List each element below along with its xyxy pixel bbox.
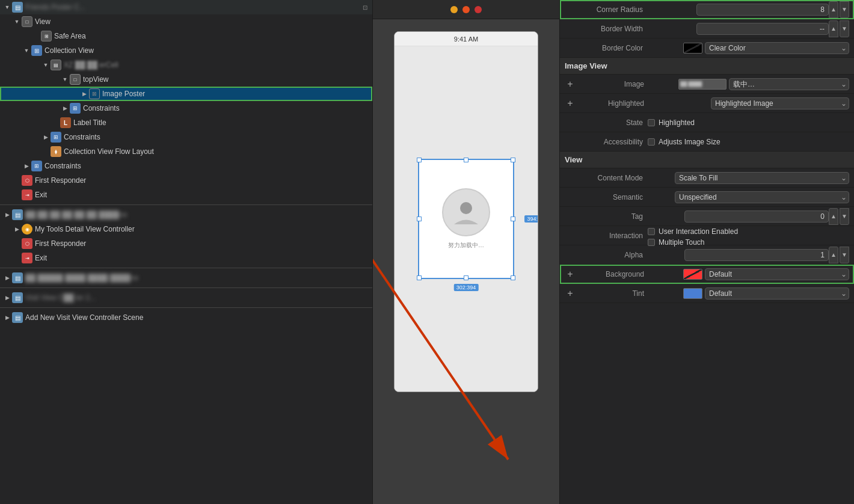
multiple-touch-checkbox[interactable]: Multiple Touch xyxy=(648,238,705,247)
poster-loading-text: 努力加载中… xyxy=(448,241,484,250)
alpha-input[interactable] xyxy=(684,249,829,261)
image-select-wrapper[interactable]: ██ ████ 载中… xyxy=(678,78,849,90)
collection-flow-item[interactable]: ⧫ Collection View Flow Layout xyxy=(0,144,372,159)
phone-frame: 9:41 AM xyxy=(394,31,538,392)
corner-radius-down[interactable]: ▼ xyxy=(840,1,849,18)
exit2-item[interactable]: ⇥ Exit xyxy=(0,251,372,265)
my-tools-arrow[interactable] xyxy=(12,224,22,234)
background-select[interactable]: Default xyxy=(705,268,849,280)
state-highlighted-checkbox[interactable]: Highlighted xyxy=(648,118,695,127)
exit1-icon: ⇥ xyxy=(22,189,32,200)
tag-up[interactable]: ▲ xyxy=(829,208,838,225)
border-width-up[interactable]: ▲ xyxy=(829,20,838,37)
scene4-root[interactable]: ▤ Visit View C██ ler 2... xyxy=(0,290,372,305)
highlighted-plus-btn[interactable]: + xyxy=(565,98,576,109)
scene3-icon: ▤ xyxy=(12,272,23,283)
border-color-select-wrapper[interactable]: Clear Color xyxy=(683,42,849,54)
constraints3-item[interactable]: ⊞ Constraints xyxy=(0,159,372,173)
constraints1-arrow[interactable] xyxy=(60,103,70,113)
border-color-select[interactable]: Clear Color xyxy=(705,42,849,54)
corner-radius-up[interactable]: ▲ xyxy=(829,1,838,18)
safe-area-item[interactable]: ⊞ Safe Area xyxy=(0,29,372,43)
collection-view-item[interactable]: ⊞ Collection View xyxy=(0,43,372,58)
label-title-item[interactable]: L Label Title xyxy=(0,115,372,130)
view-arrow[interactable] xyxy=(12,17,22,26)
topview-item[interactable]: □ topView xyxy=(0,72,372,87)
scene1-arrow[interactable] xyxy=(2,2,12,12)
semantic-select-wrapper[interactable]: Unspecified xyxy=(675,191,849,203)
alpha-stepper: ▲ ▼ xyxy=(829,247,849,263)
exit1-item[interactable]: ⇥ Exit xyxy=(0,188,372,202)
background-select-wrapper[interactable]: Default xyxy=(683,268,849,280)
my-tools-label: My Tools Detail View Controller xyxy=(35,225,135,233)
user-interaction-checkbox[interactable]: User Interaction Enabled xyxy=(648,227,738,236)
scene2-root[interactable]: ▤ ██ ██ ██ ██ ██ ██ ████ne xyxy=(0,207,372,222)
constraints2-item[interactable]: ⊞ Constraints xyxy=(0,130,372,144)
image-plus-btn[interactable]: + xyxy=(565,79,576,90)
content-mode-select-wrapper[interactable]: Scale To Fill xyxy=(675,172,849,184)
scene2-root-arrow[interactable] xyxy=(2,210,12,220)
first-responder2-arrow xyxy=(12,239,22,248)
content-mode-row: Content Mode Scale To Fill xyxy=(560,168,854,188)
border-width-input[interactable] xyxy=(696,23,829,35)
scene3-root[interactable]: ▤ ██ █████ ████ ████ ████ne xyxy=(0,271,372,285)
my-tools-item[interactable]: ◉ My Tools Detail View Controller xyxy=(0,222,372,236)
tint-select[interactable]: Default xyxy=(705,287,849,300)
alpha-up[interactable]: ▲ xyxy=(829,247,838,263)
image-poster-label: Image Poster xyxy=(102,90,145,98)
accessibility-checkbox-box xyxy=(648,138,655,146)
status-time: 9:41 AM xyxy=(454,35,478,43)
topview-arrow[interactable] xyxy=(60,75,70,84)
first-responder1-label: First Responder xyxy=(35,176,86,185)
background-plus-btn[interactable]: + xyxy=(565,269,576,280)
safe-area-label: Safe Area xyxy=(54,32,86,40)
corner-radius-input[interactable] xyxy=(696,4,829,16)
scene3-arrow[interactable] xyxy=(2,273,12,283)
border-width-down[interactable]: ▼ xyxy=(840,20,849,37)
scene1-root[interactable]: ▤ Friends Poster C... ⊡ xyxy=(0,0,372,14)
image-select[interactable]: 载中… xyxy=(729,78,849,90)
constraints1-item[interactable]: ⊞ Constraints xyxy=(0,101,372,115)
handle-ml xyxy=(417,217,422,221)
phone-content: 努力加载中… 394:302 302:394 xyxy=(395,46,538,392)
constraints3-arrow[interactable] xyxy=(22,161,31,171)
topview-icon: □ xyxy=(70,74,81,85)
tint-select-wrapper[interactable]: Default xyxy=(683,287,849,300)
traffic-light-red xyxy=(475,6,482,13)
alpha-down[interactable]: ▼ xyxy=(840,247,849,263)
label-title-arrow xyxy=(51,118,60,128)
content-mode-select[interactable]: Scale To Fill xyxy=(675,172,849,184)
tag-down[interactable]: ▼ xyxy=(840,208,849,225)
collection-view-arrow[interactable] xyxy=(22,46,31,55)
canvas-panel: 9:41 AM xyxy=(373,0,559,504)
image-poster-item[interactable]: ⊠ Image Poster xyxy=(0,87,372,101)
state-label: State xyxy=(565,118,643,127)
first-responder2-label: First Responder xyxy=(35,239,86,248)
highlighted-select[interactable]: Highlighted Image xyxy=(711,97,849,109)
image-poster-arrow[interactable] xyxy=(79,89,89,99)
border-color-label: Border Color xyxy=(565,44,643,52)
scene1-label: Friends Poster C... xyxy=(25,3,85,11)
tint-plus-btn[interactable]: + xyxy=(565,288,576,299)
highlighted-select-wrapper[interactable]: Highlighted Image xyxy=(711,97,849,109)
border-width-row: Border Width ▲ ▼ xyxy=(560,19,854,38)
content-mode-label: Content Mode xyxy=(565,174,643,182)
scene5-root[interactable]: ▤ Add New Visit View Controller Scene xyxy=(0,310,372,325)
canvas-toolbar xyxy=(373,0,559,19)
tag-input[interactable] xyxy=(684,211,829,223)
image-poster-frame[interactable]: 努力加载中… 394:302 302:394 xyxy=(418,159,514,279)
semantic-select[interactable]: Unspecified xyxy=(675,191,849,203)
first-responder1-arrow xyxy=(12,176,22,185)
cell-item[interactable]: ▤ XZ ██ ██ erCell xyxy=(0,58,372,72)
corner-radius-row: Corner Radius ▲ ▼ xyxy=(560,0,854,19)
alpha-value-container: ▲ ▼ xyxy=(643,247,849,263)
scene5-arrow[interactable] xyxy=(2,313,12,322)
accessibility-checkbox[interactable]: Adjusts Image Size xyxy=(648,138,720,146)
constraints2-arrow[interactable] xyxy=(41,132,51,142)
first-responder1-item[interactable]: ⬡ First Responder xyxy=(0,173,372,188)
scene4-arrow[interactable] xyxy=(2,293,12,303)
first-responder2-item[interactable]: ⬡ First Responder xyxy=(0,236,372,251)
view-item[interactable]: □ View xyxy=(0,14,372,29)
cell-arrow[interactable] xyxy=(41,60,51,70)
border-color-swatch xyxy=(683,43,702,54)
